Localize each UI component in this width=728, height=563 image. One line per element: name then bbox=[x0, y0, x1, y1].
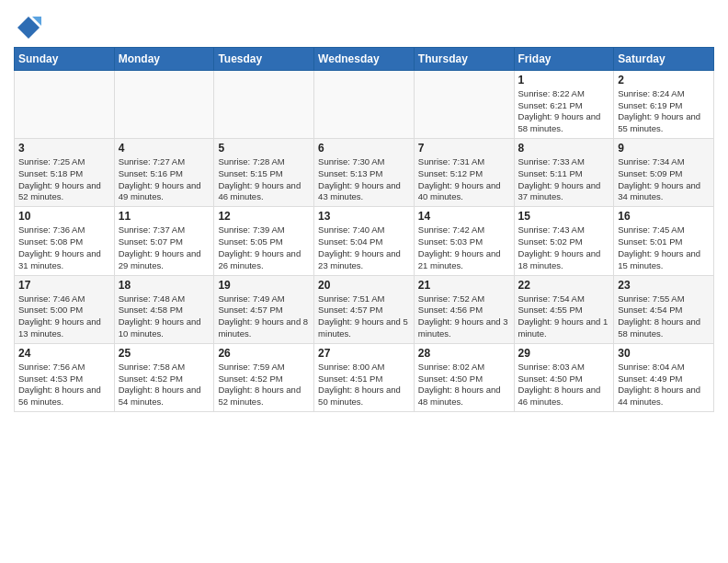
calendar-cell bbox=[414, 70, 514, 138]
calendar-cell: 28Sunrise: 8:02 AMSunset: 4:50 PMDayligh… bbox=[414, 343, 514, 411]
day-info: Sunrise: 7:49 AMSunset: 4:57 PMDaylight:… bbox=[218, 293, 310, 340]
calendar-cell: 14Sunrise: 7:42 AMSunset: 5:03 PMDayligh… bbox=[414, 207, 514, 275]
day-number: 12 bbox=[218, 210, 310, 223]
calendar-cell: 17Sunrise: 7:46 AMSunset: 5:00 PMDayligh… bbox=[15, 275, 115, 343]
day-number: 24 bbox=[18, 347, 110, 360]
day-info: Sunrise: 7:34 AMSunset: 5:09 PMDaylight:… bbox=[618, 156, 710, 203]
day-number: 21 bbox=[418, 279, 510, 292]
calendar-week-row: 24Sunrise: 7:56 AMSunset: 4:53 PMDayligh… bbox=[15, 343, 714, 411]
page-header bbox=[14, 9, 714, 41]
day-number: 8 bbox=[518, 142, 610, 155]
day-info: Sunrise: 7:39 AMSunset: 5:05 PMDaylight:… bbox=[218, 224, 310, 271]
day-number: 27 bbox=[318, 347, 410, 360]
day-number: 22 bbox=[518, 279, 610, 292]
day-info: Sunrise: 8:24 AMSunset: 6:19 PMDaylight:… bbox=[618, 88, 710, 135]
day-of-week-header: Friday bbox=[514, 47, 614, 70]
day-number: 11 bbox=[119, 210, 210, 223]
day-number: 1 bbox=[518, 74, 610, 86]
day-of-week-header: Saturday bbox=[614, 47, 714, 70]
calendar-week-row: 3Sunrise: 7:25 AMSunset: 5:18 PMDaylight… bbox=[15, 139, 714, 207]
calendar-cell bbox=[214, 70, 314, 138]
calendar-cell: 23Sunrise: 7:55 AMSunset: 4:54 PMDayligh… bbox=[614, 275, 714, 343]
calendar-cell: 19Sunrise: 7:49 AMSunset: 4:57 PMDayligh… bbox=[214, 275, 314, 343]
calendar-table: SundayMondayTuesdayWednesdayThursdayFrid… bbox=[14, 47, 714, 412]
calendar-cell: 15Sunrise: 7:43 AMSunset: 5:02 PMDayligh… bbox=[514, 207, 614, 275]
calendar-cell: 1Sunrise: 8:22 AMSunset: 6:21 PMDaylight… bbox=[514, 70, 614, 138]
day-info: Sunrise: 8:00 AMSunset: 4:51 PMDaylight:… bbox=[318, 362, 410, 408]
day-number: 17 bbox=[18, 279, 110, 292]
calendar-cell: 3Sunrise: 7:25 AMSunset: 5:18 PMDaylight… bbox=[15, 139, 115, 207]
day-of-week-header: Wednesday bbox=[314, 47, 415, 70]
day-number: 4 bbox=[119, 142, 210, 155]
day-number: 25 bbox=[119, 347, 210, 360]
calendar-cell: 18Sunrise: 7:48 AMSunset: 4:58 PMDayligh… bbox=[114, 275, 214, 343]
day-info: Sunrise: 7:46 AMSunset: 5:00 PMDaylight:… bbox=[18, 293, 110, 340]
calendar-cell: 16Sunrise: 7:45 AMSunset: 5:01 PMDayligh… bbox=[614, 207, 714, 275]
day-info: Sunrise: 8:04 AMSunset: 4:49 PMDaylight:… bbox=[618, 362, 710, 408]
calendar-cell bbox=[15, 70, 115, 138]
day-number: 26 bbox=[218, 347, 310, 360]
day-number: 29 bbox=[518, 347, 610, 360]
day-number: 28 bbox=[418, 347, 510, 360]
day-of-week-header: Sunday bbox=[15, 47, 115, 70]
day-info: Sunrise: 7:37 AMSunset: 5:07 PMDaylight:… bbox=[119, 224, 210, 271]
day-info: Sunrise: 8:22 AMSunset: 6:21 PMDaylight:… bbox=[518, 88, 610, 135]
calendar-cell: 8Sunrise: 7:33 AMSunset: 5:11 PMDaylight… bbox=[514, 139, 614, 207]
calendar-cell: 9Sunrise: 7:34 AMSunset: 5:09 PMDaylight… bbox=[614, 139, 714, 207]
calendar-cell: 30Sunrise: 8:04 AMSunset: 4:49 PMDayligh… bbox=[614, 343, 714, 411]
calendar-cell: 2Sunrise: 8:24 AMSunset: 6:19 PMDaylight… bbox=[614, 70, 714, 138]
calendar-cell bbox=[114, 70, 214, 138]
day-info: Sunrise: 7:56 AMSunset: 4:53 PMDaylight:… bbox=[18, 362, 110, 408]
day-number: 18 bbox=[119, 279, 210, 292]
day-number: 9 bbox=[618, 142, 710, 155]
day-number: 30 bbox=[618, 347, 710, 360]
day-of-week-header: Tuesday bbox=[214, 47, 314, 70]
day-number: 20 bbox=[318, 279, 410, 292]
logo bbox=[14, 15, 41, 41]
day-number: 15 bbox=[518, 210, 610, 223]
day-number: 5 bbox=[218, 142, 310, 155]
calendar-cell: 21Sunrise: 7:52 AMSunset: 4:56 PMDayligh… bbox=[414, 275, 514, 343]
day-info: Sunrise: 7:42 AMSunset: 5:03 PMDaylight:… bbox=[418, 224, 510, 271]
day-info: Sunrise: 8:03 AMSunset: 4:50 PMDaylight:… bbox=[518, 362, 610, 408]
day-number: 16 bbox=[618, 210, 710, 223]
calendar-cell: 24Sunrise: 7:56 AMSunset: 4:53 PMDayligh… bbox=[15, 343, 115, 411]
calendar-cell: 25Sunrise: 7:58 AMSunset: 4:52 PMDayligh… bbox=[114, 343, 214, 411]
calendar-cell: 12Sunrise: 7:39 AMSunset: 5:05 PMDayligh… bbox=[214, 207, 314, 275]
day-info: Sunrise: 7:54 AMSunset: 4:55 PMDaylight:… bbox=[518, 293, 610, 340]
day-info: Sunrise: 7:27 AMSunset: 5:16 PMDaylight:… bbox=[119, 156, 210, 203]
calendar-cell: 10Sunrise: 7:36 AMSunset: 5:08 PMDayligh… bbox=[15, 207, 115, 275]
calendar-cell: 29Sunrise: 8:03 AMSunset: 4:50 PMDayligh… bbox=[514, 343, 614, 411]
calendar-cell: 7Sunrise: 7:31 AMSunset: 5:12 PMDaylight… bbox=[414, 139, 514, 207]
day-info: Sunrise: 7:59 AMSunset: 4:52 PMDaylight:… bbox=[218, 362, 310, 408]
calendar-cell: 22Sunrise: 7:54 AMSunset: 4:55 PMDayligh… bbox=[514, 275, 614, 343]
day-of-week-header: Monday bbox=[114, 47, 214, 70]
day-number: 14 bbox=[418, 210, 510, 223]
calendar-week-row: 10Sunrise: 7:36 AMSunset: 5:08 PMDayligh… bbox=[15, 207, 714, 275]
day-info: Sunrise: 7:52 AMSunset: 4:56 PMDaylight:… bbox=[418, 293, 510, 340]
day-info: Sunrise: 7:31 AMSunset: 5:12 PMDaylight:… bbox=[418, 156, 510, 203]
day-info: Sunrise: 7:55 AMSunset: 4:54 PMDaylight:… bbox=[618, 293, 710, 340]
day-info: Sunrise: 7:40 AMSunset: 5:04 PMDaylight:… bbox=[318, 224, 410, 271]
day-number: 13 bbox=[318, 210, 410, 223]
day-info: Sunrise: 7:58 AMSunset: 4:52 PMDaylight:… bbox=[119, 362, 210, 408]
day-info: Sunrise: 7:30 AMSunset: 5:13 PMDaylight:… bbox=[318, 156, 410, 203]
calendar-cell: 13Sunrise: 7:40 AMSunset: 5:04 PMDayligh… bbox=[314, 207, 415, 275]
calendar-cell: 11Sunrise: 7:37 AMSunset: 5:07 PMDayligh… bbox=[114, 207, 214, 275]
calendar-cell: 5Sunrise: 7:28 AMSunset: 5:15 PMDaylight… bbox=[214, 139, 314, 207]
day-number: 2 bbox=[618, 74, 710, 86]
logo-icon bbox=[16, 15, 41, 40]
day-number: 23 bbox=[618, 279, 710, 292]
day-info: Sunrise: 7:45 AMSunset: 5:01 PMDaylight:… bbox=[618, 224, 710, 271]
calendar-cell: 27Sunrise: 8:00 AMSunset: 4:51 PMDayligh… bbox=[314, 343, 415, 411]
day-info: Sunrise: 7:48 AMSunset: 4:58 PMDaylight:… bbox=[119, 293, 210, 340]
calendar-cell: 20Sunrise: 7:51 AMSunset: 4:57 PMDayligh… bbox=[314, 275, 415, 343]
day-number: 19 bbox=[218, 279, 310, 292]
day-info: Sunrise: 7:25 AMSunset: 5:18 PMDaylight:… bbox=[18, 156, 110, 203]
day-number: 7 bbox=[418, 142, 510, 155]
calendar-cell bbox=[314, 70, 415, 138]
calendar-week-row: 1Sunrise: 8:22 AMSunset: 6:21 PMDaylight… bbox=[15, 70, 714, 138]
day-info: Sunrise: 8:02 AMSunset: 4:50 PMDaylight:… bbox=[418, 362, 510, 408]
day-number: 6 bbox=[318, 142, 410, 155]
calendar-cell: 6Sunrise: 7:30 AMSunset: 5:13 PMDaylight… bbox=[314, 139, 415, 207]
